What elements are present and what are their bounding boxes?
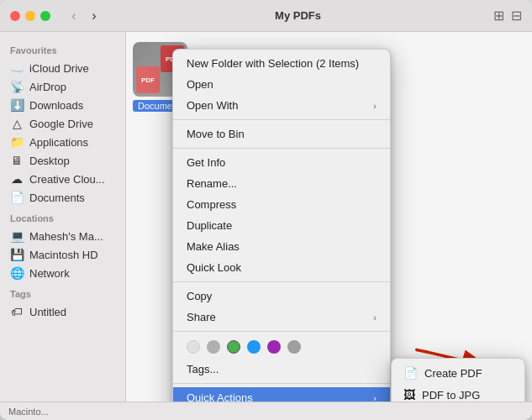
sidebar-item-desktop[interactable]: 🖥 Desktop [0, 151, 125, 170]
nav-arrows: ‹ › [66, 8, 103, 24]
share-chevron: › [373, 312, 377, 323]
separator-4 [173, 331, 390, 332]
sidebar-label-network: Network [29, 267, 70, 280]
ctx-tags[interactable]: Tags... [173, 359, 390, 380]
network-icon: 🌐 [10, 266, 24, 280]
sidebar-item-creative-cloud[interactable]: ☁ Creative Clou... [0, 170, 125, 188]
laptop-icon: 💻 [10, 229, 24, 243]
sidebar-label-applications: Applications [29, 136, 88, 149]
traffic-lights [10, 11, 50, 21]
downloads-icon: ⬇️ [10, 98, 24, 112]
maximize-button[interactable] [40, 11, 50, 21]
ctx-color-tags [173, 335, 390, 359]
sidebar-label-desktop: Desktop [29, 155, 70, 167]
ctx-copy[interactable]: Copy [173, 286, 390, 307]
status-bar: Macinto... [0, 402, 532, 420]
main-area: Favourites ☁️ iCloud Drive 📡 AirDrop ⬇️ … [0, 32, 532, 402]
ctx-move-to-bin[interactable]: Move to Bin [173, 123, 390, 144]
icloud-icon: ☁️ [10, 61, 24, 75]
ctx-quick-actions[interactable]: Quick Actions › [173, 387, 390, 402]
separator-1 [173, 119, 390, 120]
ctx-rename[interactable]: Rename... [173, 173, 390, 194]
titlebar: ‹ › My PDFs ⊞ ⊟ [0, 0, 532, 32]
status-text: Macinto... [8, 407, 49, 417]
create-pdf-icon: 📄 [403, 366, 418, 380]
ctx-open-with[interactable]: Open With › [173, 95, 390, 116]
sidebar-item-icloud-drive[interactable]: ☁️ iCloud Drive [0, 59, 125, 77]
sidebar: Favourites ☁️ iCloud Drive 📡 AirDrop ⬇️ … [0, 32, 126, 402]
tags-label: Tags [0, 282, 125, 302]
open-with-chevron: › [373, 101, 377, 111]
color-green[interactable] [227, 340, 240, 354]
sidebar-item-downloads[interactable]: ⬇️ Downloads [0, 96, 125, 114]
sidebar-label-mahesh-mac: Mahesh's Ma... [29, 230, 103, 243]
grid-view-icon[interactable]: ⊞ [493, 8, 504, 24]
color-purple[interactable] [267, 340, 281, 354]
sidebar-item-macintosh-hd[interactable]: 💾 Macintosh HD [0, 245, 125, 264]
sidebar-item-applications[interactable]: 📁 Applications [0, 133, 125, 151]
sidebar-item-network[interactable]: 🌐 Network [0, 264, 125, 282]
quick-actions-submenu: 📄 Create PDF 🖼 PDF to JPG Customise... [391, 358, 525, 402]
quick-actions-chevron: › [373, 393, 377, 402]
ctx-share[interactable]: Share › [173, 307, 390, 328]
sidebar-label-creative-cloud: Creative Clou... [29, 173, 105, 186]
window-title: My PDFs [109, 9, 487, 22]
close-button[interactable] [10, 11, 20, 21]
disk-icon: 💾 [10, 248, 24, 261]
documents-icon: 📄 [10, 191, 24, 204]
sidebar-label-documents: Documents [29, 192, 85, 204]
sidebar-item-airdrop[interactable]: 📡 AirDrop [0, 77, 125, 96]
context-menu: New Folder with Selection (2 Items) Open… [172, 49, 391, 402]
sidebar-label-icloud: iCloud Drive [29, 62, 89, 75]
desktop-icon: 🖥 [10, 154, 24, 167]
pdf-to-jpg-icon: 🖼 [403, 388, 415, 402]
sidebar-item-untitled[interactable]: 🏷 Untitled [0, 302, 125, 321]
color-none[interactable] [187, 340, 200, 354]
sidebar-label-airdrop: AirDrop [29, 81, 66, 93]
tag-icon: 🏷 [10, 305, 24, 318]
ctx-compress[interactable]: Compress [173, 194, 390, 215]
ctx-get-info[interactable]: Get Info [173, 152, 390, 173]
applications-icon: 📁 [10, 135, 24, 149]
ctx-duplicate[interactable]: Duplicate [173, 215, 390, 236]
locations-label: Locations [0, 207, 125, 227]
creative-cloud-icon: ☁ [10, 172, 24, 186]
sidebar-label-macintosh-hd: Macintosh HD [29, 249, 98, 261]
content-area: PDF PDF Documen... New Folder with Selec… [126, 32, 532, 402]
list-view-icon[interactable]: ⊟ [511, 8, 522, 24]
sidebar-label-untitled: Untitled [29, 306, 66, 318]
finder-window: ‹ › My PDFs ⊞ ⊟ Favourites ☁️ iCloud Dri… [0, 0, 532, 420]
forward-arrow[interactable]: › [86, 8, 103, 24]
separator-3 [173, 281, 390, 282]
sidebar-item-google-drive[interactable]: △ Google Drive [0, 114, 125, 133]
ctx-quick-look[interactable]: Quick Look [173, 257, 390, 278]
ctx-open[interactable]: Open [173, 74, 390, 95]
google-drive-icon: △ [10, 117, 24, 130]
color-silver[interactable] [287, 340, 301, 354]
titlebar-controls: ⊞ ⊟ [493, 8, 522, 24]
airdrop-icon: 📡 [10, 80, 24, 93]
separator-2 [173, 148, 390, 149]
favourites-label: Favourites [0, 39, 125, 59]
minimize-button[interactable] [25, 11, 35, 21]
sidebar-item-documents[interactable]: 📄 Documents [0, 188, 125, 207]
submenu-create-pdf[interactable]: 📄 Create PDF [392, 362, 524, 384]
ctx-new-folder-selection[interactable]: New Folder with Selection (2 Items) [173, 53, 390, 74]
color-gray[interactable] [207, 340, 220, 354]
submenu-pdf-to-jpg[interactable]: 🖼 PDF to JPG [392, 384, 524, 402]
sidebar-label-downloads: Downloads [29, 99, 83, 112]
sidebar-item-mahesh-mac[interactable]: 💻 Mahesh's Ma... [0, 227, 125, 245]
color-blue[interactable] [247, 340, 261, 354]
sidebar-label-google-drive: Google Drive [29, 118, 93, 130]
back-arrow[interactable]: ‹ [66, 8, 82, 24]
separator-5 [173, 383, 390, 384]
ctx-make-alias[interactable]: Make Alias [173, 236, 390, 257]
